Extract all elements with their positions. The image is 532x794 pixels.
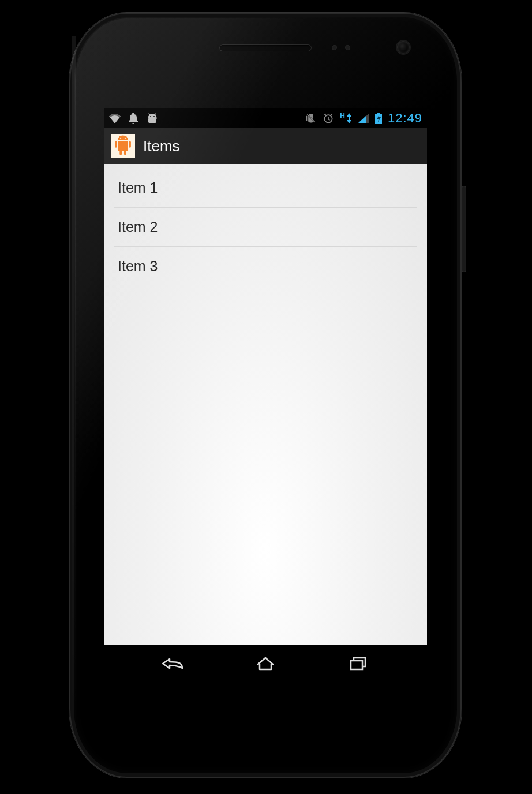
front-camera [397, 41, 410, 54]
signal-icon [358, 113, 369, 123]
sensors [332, 45, 350, 50]
action-bar: Items [104, 128, 427, 164]
back-button[interactable] [150, 652, 196, 675]
status-clock: 12:49 [388, 111, 422, 126]
content-area: Item 1 Item 2 Item 3 [104, 164, 427, 645]
network-type-label: H [340, 113, 345, 119]
svg-point-0 [150, 116, 151, 117]
home-button[interactable] [242, 652, 289, 675]
svg-point-1 [153, 116, 155, 117]
wifi-icon [108, 113, 121, 123]
svg-point-12 [120, 138, 121, 139]
device-screen: H 1 [104, 108, 427, 682]
navigation-bar [104, 645, 427, 682]
svg-point-13 [125, 138, 126, 139]
svg-rect-11 [124, 150, 126, 155]
phone-frame: H 1 [69, 13, 462, 778]
list-item[interactable]: Item 2 [114, 208, 417, 247]
android-debug-icon [145, 113, 159, 123]
svg-rect-10 [119, 150, 122, 155]
svg-rect-7 [118, 141, 128, 151]
app-icon[interactable] [111, 134, 135, 158]
svg-rect-14 [351, 661, 362, 669]
recents-button[interactable] [335, 652, 381, 675]
alarm-icon [323, 113, 334, 124]
status-bar: H 1 [104, 108, 427, 128]
vibrate-icon [305, 113, 317, 124]
battery-charging-icon [375, 113, 382, 124]
list-item[interactable]: Item 1 [114, 168, 417, 208]
recents-icon [345, 656, 370, 672]
svg-rect-6 [377, 113, 380, 114]
list-item-label: Item 2 [118, 219, 158, 235]
back-icon [160, 656, 186, 672]
list-item-label: Item 1 [118, 179, 158, 196]
bell-icon [128, 113, 138, 124]
svg-rect-9 [129, 141, 131, 148]
svg-rect-8 [115, 141, 117, 148]
hspa-icon: H [340, 113, 352, 123]
android-robot-icon [113, 135, 133, 157]
home-icon [253, 656, 278, 672]
list-item-label: Item 3 [118, 258, 158, 274]
earpiece [219, 44, 312, 51]
power-button [462, 186, 466, 272]
list-item[interactable]: Item 3 [114, 247, 417, 286]
app-title: Items [143, 137, 180, 155]
svg-rect-2 [148, 118, 156, 123]
items-list: Item 1 Item 2 Item 3 [104, 164, 427, 286]
